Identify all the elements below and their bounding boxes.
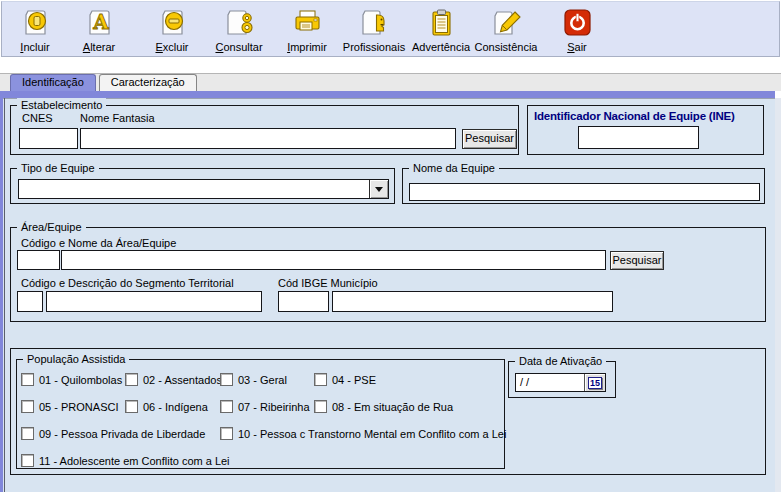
alterar-icon: A (81, 8, 117, 40)
pesquisar-estabelecimento-button[interactable]: Pesquisar (462, 129, 517, 149)
alterar-label: Alterar (83, 40, 115, 54)
segmento-codigo-input[interactable] (17, 291, 43, 312)
consistencia-button[interactable]: Consistência (473, 4, 539, 54)
checkbox-label: 08 - Em situação de Rua (332, 401, 453, 413)
checkbox-pronasci[interactable]: 05 - PRONASCI (21, 400, 118, 413)
checkbox-icon (125, 373, 138, 386)
imprimir-button[interactable]: Imprimir (274, 4, 340, 54)
nome-equipe-group: Nome da Equipe (402, 168, 765, 204)
bottom-panel: População Assistida 01 - Quilombolas 02 … (10, 348, 766, 475)
checkbox-label: 04 - PSE (332, 374, 376, 386)
incluir-label: Incluir (20, 40, 49, 54)
area-nome-input[interactable] (61, 250, 606, 270)
estabelecimento-legend: Estabelecimento (17, 98, 106, 113)
data-ativacao-input[interactable]: / / 15 (515, 373, 606, 392)
populacao-assistida-legend: População Assistida (23, 352, 129, 367)
chevron-down-icon (375, 187, 383, 192)
checkbox-pessoa-privada-liberdade[interactable]: 09 - Pessoa Privada de Liberdade (21, 427, 205, 440)
checkbox-label: 10 - Pessoa c Transtorno Mental em Confl… (238, 428, 506, 440)
checkbox-icon (220, 427, 233, 440)
ine-title: Identificador Nacional de Equipe (INE) (534, 110, 735, 122)
ine-input[interactable] (578, 126, 699, 149)
ine-group: Identificador Nacional de Equipe (INE) (527, 105, 764, 155)
checkbox-situacao-rua[interactable]: 08 - Em situação de Rua (314, 400, 453, 413)
data-ativacao-legend: Data de Ativação (515, 354, 606, 369)
cnes-label: CNES (22, 112, 53, 124)
checkbox-icon (220, 400, 233, 413)
checkbox-label: 01 - Quilombolas (39, 374, 122, 386)
window-left-edge (0, 98, 3, 492)
ibge-municipio-label: Cód IBGE Município (278, 277, 378, 289)
segmento-descricao-input[interactable] (46, 291, 262, 312)
estabelecimento-group: Estabelecimento CNES Nome Fantasia Pesqu… (10, 105, 519, 155)
tipo-equipe-dropdown-button[interactable] (369, 180, 388, 198)
checkbox-label: 02 - Assentados (143, 374, 222, 386)
excluir-icon (154, 8, 190, 40)
ibge-codigo-input[interactable] (278, 291, 329, 312)
checkbox-icon (21, 454, 34, 467)
toolbar: Incluir A Alterar Excluir (1, 1, 780, 57)
incluir-icon (17, 8, 53, 40)
pesquisar-area-button[interactable]: Pesquisar (610, 251, 664, 270)
checkbox-quilombolas[interactable]: 01 - Quilombolas (21, 373, 122, 386)
data-ativacao-group: Data de Ativação / / 15 (508, 361, 616, 398)
nome-fantasia-label: Nome Fantasia (80, 112, 155, 124)
calendar-icon: 15 (588, 377, 602, 389)
checkbox-geral[interactable]: 03 - Geral (220, 373, 287, 386)
checkbox-icon (21, 373, 34, 386)
profissionais-button[interactable]: Profissionais (341, 4, 407, 54)
area-codigo-input[interactable] (17, 250, 60, 270)
imprimir-icon (289, 8, 325, 40)
excluir-button[interactable]: Excluir (139, 4, 205, 54)
consistencia-label: Consistência (475, 40, 538, 54)
checkbox-indigena[interactable]: 06 - Indígena (125, 400, 208, 413)
profissionais-label: Profissionais (343, 40, 405, 54)
checkbox-ribeirinha[interactable]: 07 - Ribeirinha (220, 400, 310, 413)
consultar-button[interactable]: Consultar (206, 4, 272, 54)
tipo-equipe-group: Tipo de Equipe (10, 168, 395, 204)
window-left-edge-line (4, 98, 5, 492)
checkbox-pse[interactable]: 04 - PSE (314, 373, 376, 386)
checkbox-label: 03 - Geral (238, 374, 287, 386)
checkbox-icon (21, 400, 34, 413)
checkbox-icon (220, 373, 233, 386)
imprimir-label: Imprimir (287, 40, 327, 54)
advertencia-label: Advertência (412, 40, 470, 54)
consultar-label: Consultar (215, 40, 262, 54)
calendar-picker-button[interactable]: 15 (584, 374, 605, 391)
segmento-territorial-label: Código e Descrição do Segmento Territori… (21, 277, 234, 289)
checkbox-adolescente-conflito[interactable]: 11 - Adolescente em Conflito com a Lei (21, 454, 230, 467)
nome-equipe-input[interactable] (409, 183, 760, 201)
tab-strip: Identificação Caracterização (0, 73, 781, 91)
checkbox-label: 09 - Pessoa Privada de Liberdade (39, 428, 205, 440)
advertencia-button[interactable]: Advertência (408, 4, 474, 54)
checkbox-transtorno-mental[interactable]: 10 - Pessoa c Transtorno Mental em Confl… (220, 427, 506, 440)
populacao-assistida-group: População Assistida 01 - Quilombolas 02 … (16, 359, 505, 469)
nome-equipe-legend: Nome da Equipe (409, 161, 499, 176)
checkbox-label: 07 - Ribeirinha (238, 401, 310, 413)
checkbox-assentados[interactable]: 02 - Assentados (125, 373, 222, 386)
checkbox-icon (314, 400, 327, 413)
cnes-input[interactable] (19, 128, 78, 149)
checkbox-icon (125, 400, 138, 413)
profissionais-icon (356, 8, 392, 40)
incluir-button[interactable]: Incluir (2, 4, 68, 54)
consistencia-icon (488, 8, 524, 40)
nome-fantasia-input[interactable] (80, 128, 456, 149)
checkbox-icon (314, 373, 327, 386)
checkbox-label: 11 - Adolescente em Conflito com a Lei (39, 455, 230, 467)
scnes-equipes-window: Incluir A Alterar Excluir (0, 0, 781, 492)
data-ativacao-value: / / (520, 375, 529, 390)
consultar-icon (221, 8, 257, 40)
checkbox-label: 06 - Indígena (143, 401, 208, 413)
sair-button[interactable]: Sair (544, 4, 610, 54)
ibge-municipio-input[interactable] (332, 291, 613, 312)
sair-label: Sair (567, 40, 587, 54)
area-equipe-legend: Área/Equipe (17, 220, 86, 235)
checkbox-label: 05 - PRONASCI (39, 401, 118, 413)
tipo-equipe-legend: Tipo de Equipe (17, 161, 99, 176)
tipo-equipe-combobox[interactable] (18, 179, 389, 199)
alterar-button[interactable]: A Alterar (66, 4, 132, 54)
tab-caracterizacao[interactable]: Caracterização (99, 74, 197, 91)
tab-identificacao[interactable]: Identificação (10, 74, 96, 91)
